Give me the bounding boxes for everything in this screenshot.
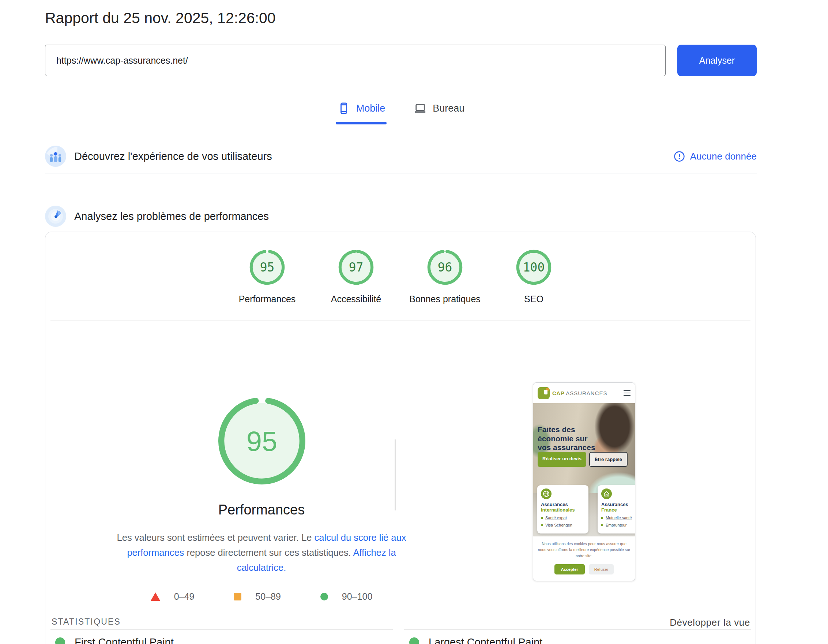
brand-assurances: ASSURANCES	[566, 390, 607, 396]
stats-divider-right	[404, 629, 751, 630]
laptop-icon	[414, 102, 427, 115]
lighthouse-report-card: 95 Performances 97 Accessibilité	[45, 232, 756, 644]
score-value: 95	[249, 250, 285, 285]
pass-circle-icon	[320, 593, 328, 600]
card-link: Mutuelle santé	[605, 515, 632, 520]
globe-icon	[541, 488, 552, 499]
legend-fail: 0–49	[151, 591, 194, 602]
stats-divider-left	[50, 629, 393, 630]
cookie-text: Nous utilisons des cookies pour nous ass…	[538, 541, 630, 559]
cap-assurances-logo	[538, 387, 550, 399]
legend-range: 0–49	[174, 591, 194, 602]
score-label: Bonnes pratiques	[409, 294, 481, 305]
score-label: SEO	[524, 294, 543, 305]
score-bonnes-pratiques[interactable]: 96 Bonnes pratiques	[400, 250, 489, 305]
hero-callback-button: Être rappelé	[589, 452, 627, 467]
card-subtitle: internationales	[541, 507, 585, 513]
cookie-refuse-button: Refuser	[589, 564, 614, 575]
score-value: 96	[427, 250, 463, 285]
metric-label: Largest Contentful Paint	[429, 636, 543, 644]
no-data-link[interactable]: Aucune donnée	[674, 151, 757, 162]
score-performances[interactable]: 95 Performances	[223, 250, 312, 305]
performance-score-value: 95	[218, 397, 306, 485]
score-value: 97	[338, 250, 374, 285]
screenshot-cards-strip: Assurances internationales Santé expat V…	[533, 493, 635, 536]
diagnostics-section: Analysez les problèmes de performances	[45, 203, 757, 229]
metric-first-contentful-paint: First Contentful Paint	[55, 636, 174, 644]
column-divider	[395, 440, 396, 510]
hamburger-menu-icon	[624, 390, 630, 396]
score-label: Accessibilité	[331, 294, 381, 305]
score-legend: 0–49 50–89 90–100	[108, 591, 415, 602]
score-value: 100	[516, 250, 552, 285]
expand-view-button[interactable]: Développer la vue	[670, 617, 750, 628]
score-label: Performances	[239, 294, 296, 305]
card-title: Assurances	[601, 502, 635, 507]
statistics-header: STATISTIQUES	[52, 617, 121, 627]
card-assurances-internationales: Assurances internationales Santé expat V…	[537, 485, 588, 534]
brand-cap: CAP	[552, 390, 564, 396]
users-experience-icon	[45, 146, 66, 167]
field-data-section: Découvrez l'expérience de vos utilisateu…	[45, 143, 757, 169]
card-subtitle: France	[601, 507, 635, 513]
no-data-label: Aucune donnée	[690, 151, 757, 162]
pagespeed-report: Rapport du 25 nov. 2025, 12:26:00 Analys…	[0, 0, 828, 644]
cookie-accept-button: Accepter	[554, 564, 585, 575]
diagnostics-title: Analysez les problèmes de performances	[74, 210, 269, 223]
active-tab-indicator	[336, 122, 387, 124]
legend-pass: 90–100	[320, 591, 372, 602]
tab-mobile[interactable]: Mobile	[336, 99, 387, 124]
hero-quote-button: Réaliser un devis	[538, 452, 586, 467]
legend-range: 90–100	[342, 591, 372, 602]
smartphone-icon	[337, 102, 350, 115]
fail-triangle-icon	[151, 592, 160, 601]
description-text: Les valeurs sont estimées et peuvent var…	[117, 532, 315, 543]
card-link: Santé expat	[545, 515, 567, 520]
hero-title: Faites des économie sur vos assurances	[538, 425, 595, 452]
performance-gauge-icon	[45, 206, 66, 227]
card-link: Visa Schengen	[545, 523, 572, 527]
score-seo[interactable]: 100 SEO	[489, 250, 578, 305]
card-assurances-france: Assurances France Mutuelle santé Emprunt…	[597, 485, 635, 534]
screenshot-cookie-banner: Nous utilisons des cookies pour nous ass…	[533, 536, 635, 581]
field-data-title: Découvrez l'expérience de vos utilisateu…	[74, 151, 272, 162]
screenshot-hero-image: Faites des économie sur vos assurances R…	[533, 403, 635, 493]
home-icon	[601, 488, 612, 499]
page-title: Rapport du 25 nov. 2025, 12:26:00	[45, 9, 276, 27]
device-tabs: Mobile Bureau	[0, 99, 802, 124]
score-description: Les valeurs sont estimées et peuvent var…	[110, 530, 413, 575]
score-accessibilite[interactable]: 97 Accessibilité	[312, 250, 400, 305]
tab-desktop[interactable]: Bureau	[412, 99, 466, 124]
pass-status-dot	[55, 638, 65, 644]
card-link: Emprunteur	[605, 523, 626, 527]
url-input[interactable]	[45, 45, 666, 76]
card-divider	[50, 320, 750, 321]
metric-label: First Contentful Paint	[75, 636, 174, 644]
card-title: Assurances	[541, 502, 585, 507]
logo-accent-square	[546, 388, 549, 391]
tab-desktop-label: Bureau	[433, 103, 464, 114]
pass-status-dot	[409, 638, 419, 644]
section-divider	[45, 173, 757, 173]
performance-heading: Performances	[108, 502, 415, 518]
info-icon	[674, 151, 685, 162]
category-scores-row: 95 Performances 97 Accessibilité	[45, 250, 756, 305]
average-square-icon	[234, 593, 242, 600]
description-text: repose directement sur ces statistiques.	[184, 547, 353, 558]
screenshot-site-header: CAP ASSURANCES	[533, 383, 635, 403]
metric-largest-contentful-paint: Largest Contentful Paint	[409, 636, 543, 644]
legend-average: 50–89	[234, 591, 281, 602]
analyze-button[interactable]: Analyser	[677, 45, 757, 76]
tab-mobile-label: Mobile	[356, 103, 386, 114]
legend-range: 50–89	[255, 591, 281, 602]
performance-score-gauge: 95	[218, 397, 306, 485]
page-screenshot-thumbnail[interactable]: CAP ASSURANCES Faites des économie sur v…	[533, 382, 635, 581]
